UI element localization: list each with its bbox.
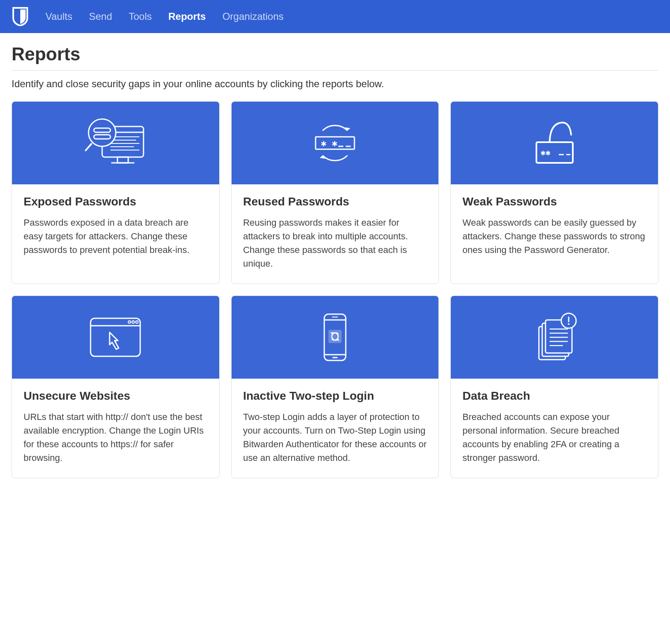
svg-text:✱ ✱: ✱ ✱ xyxy=(321,138,337,148)
report-cards: Exposed Passwords Passwords exposed in a… xyxy=(12,101,658,478)
svg-rect-33 xyxy=(328,330,342,343)
inactive-2fa-icon xyxy=(232,296,439,379)
card-title: Data Breach xyxy=(462,389,646,403)
card-body: Weak Passwords Weak passwords can be eas… xyxy=(451,184,658,270)
card-reused-passwords[interactable]: ✱ ✱ Reused Passwords Reusing passwords m… xyxy=(231,101,439,284)
unsecure-websites-icon xyxy=(12,296,219,379)
nav-organizations[interactable]: Organizations xyxy=(223,11,284,22)
card-title: Weak Passwords xyxy=(462,195,646,208)
weak-passwords-icon: ✱✱ xyxy=(451,102,658,184)
card-exposed-passwords[interactable]: Exposed Passwords Passwords exposed in a… xyxy=(12,101,220,284)
card-body: Exposed Passwords Passwords exposed in a… xyxy=(12,184,219,270)
svg-point-46 xyxy=(568,323,570,325)
page-subtitle: Identify and close security gaps in your… xyxy=(12,78,658,90)
nav-reports[interactable]: Reports xyxy=(168,11,206,22)
card-data-breach[interactable]: Data Breach Breached accounts can expose… xyxy=(450,296,658,478)
card-title: Reused Passwords xyxy=(243,195,427,208)
svg-point-26 xyxy=(132,321,134,323)
nav-tools[interactable]: Tools xyxy=(129,11,152,22)
svg-point-27 xyxy=(136,321,138,323)
card-description: Passwords exposed in a data breach are e… xyxy=(24,216,208,257)
navbar: Vaults Send Tools Reports Organizations xyxy=(0,0,670,33)
card-title: Inactive Two-step Login xyxy=(243,389,427,403)
data-breach-icon xyxy=(451,296,658,379)
card-body: Reused Passwords Reusing passwords makes… xyxy=(232,184,439,284)
card-description: Reusing passwords makes it easier for at… xyxy=(243,216,427,270)
app-logo-icon[interactable] xyxy=(12,7,29,26)
card-weak-passwords[interactable]: ✱✱ Weak Passwords Weak passwords can be … xyxy=(450,101,658,284)
svg-rect-7 xyxy=(117,157,128,163)
card-body: Inactive Two-step Login Two-step Login a… xyxy=(232,379,439,478)
content: Reports Identify and close security gaps… xyxy=(0,33,670,489)
page-title: Reports xyxy=(12,44,658,71)
nav-items: Vaults Send Tools Reports Organizations xyxy=(45,11,284,22)
card-body: Unsecure Websites URLs that start with h… xyxy=(12,379,219,478)
card-body: Data Breach Breached accounts can expose… xyxy=(451,379,658,478)
card-unsecure-websites[interactable]: Unsecure Websites URLs that start with h… xyxy=(12,296,220,478)
card-description: Breached accounts can expose your person… xyxy=(462,410,646,465)
card-title: Exposed Passwords xyxy=(24,195,208,208)
svg-point-25 xyxy=(128,321,131,323)
exposed-passwords-icon xyxy=(12,102,219,184)
card-description: Weak passwords can be easily guessed by … xyxy=(462,216,646,257)
nav-send[interactable]: Send xyxy=(89,11,112,22)
svg-line-12 xyxy=(86,144,91,150)
svg-text:✱✱: ✱✱ xyxy=(541,148,550,157)
card-description: URLs that start with http:// don't use t… xyxy=(24,410,208,465)
card-inactive-2fa[interactable]: Inactive Two-step Login Two-step Login a… xyxy=(231,296,439,478)
reused-passwords-icon: ✱ ✱ xyxy=(232,102,439,184)
card-description: Two-step Login adds a layer of protectio… xyxy=(243,410,427,465)
card-title: Unsecure Websites xyxy=(24,389,208,403)
nav-vaults[interactable]: Vaults xyxy=(45,11,72,22)
